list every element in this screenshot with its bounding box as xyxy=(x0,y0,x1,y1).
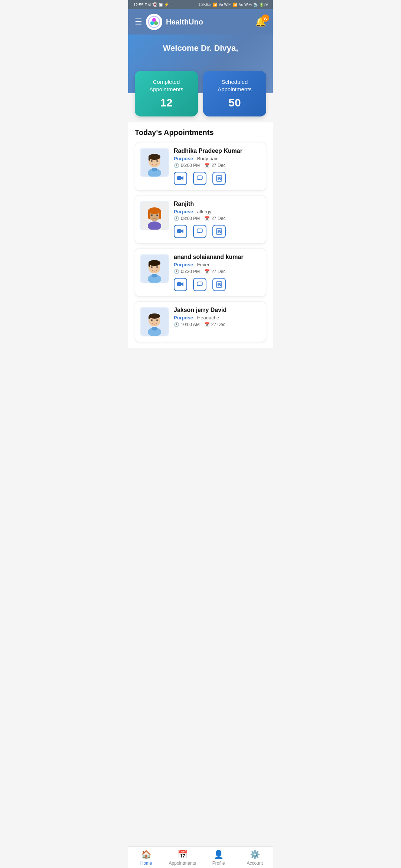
appointment-card-4: Jakson jerry David Purpose : Headache 🕐 … xyxy=(135,301,266,342)
svg-point-55 xyxy=(156,319,158,321)
status-bar: 12:55 PM 👻 ▣ ⚡ ··· 1.2KB/s 📶 Vo WiFi 📶 V… xyxy=(128,0,273,9)
appointments-section: Today's Appointments xyxy=(128,122,273,348)
status-time: 12:55 PM 👻 ▣ ⚡ ··· xyxy=(133,2,174,7)
section-title: Today's Appointments xyxy=(135,128,266,137)
video-call-button-3[interactable] xyxy=(174,278,187,291)
notification-bell[interactable]: 🔔 95 xyxy=(255,17,266,27)
report-button-3[interactable] xyxy=(212,278,226,291)
menu-icon[interactable]: ☰ xyxy=(135,17,142,27)
chat-button-2[interactable] xyxy=(193,225,206,238)
svg-rect-44 xyxy=(197,282,202,286)
app-header: ☰ HealthUno 🔔 95 xyxy=(128,9,273,34)
scheduled-label: Scheduled Appointments xyxy=(209,78,260,93)
svg-rect-12 xyxy=(177,176,181,180)
svg-rect-23 xyxy=(148,211,150,219)
svg-point-11 xyxy=(151,168,157,171)
appointment-meta-4: 🕐 10:00 AM 📅 27 Dec xyxy=(174,322,261,327)
patient-avatar-2 xyxy=(140,201,169,230)
stats-container: Completed Appointments 12 Scheduled Appo… xyxy=(128,71,273,116)
video-call-button-2[interactable] xyxy=(174,225,187,238)
svg-point-37 xyxy=(149,260,160,266)
patient-info-2: Ranjith Purpose : allergy 🕐 08:00 PM 📅 2… xyxy=(174,201,261,238)
patient-name-1: Radhika Pradeep Kumar xyxy=(174,148,261,154)
scheduled-value: 50 xyxy=(209,96,260,109)
notification-count: 95 xyxy=(262,14,269,22)
report-button-1[interactable] xyxy=(212,172,226,185)
action-icons-3 xyxy=(174,278,261,291)
patient-purpose-3: Purpose : Fever xyxy=(174,262,261,267)
patient-avatar-3 xyxy=(140,254,169,283)
chat-button-3[interactable] xyxy=(193,278,206,291)
app-name-label: HealthUno xyxy=(166,18,203,26)
patient-avatar-1 xyxy=(140,148,169,177)
svg-marker-28 xyxy=(181,229,183,233)
chat-button-1[interactable] xyxy=(193,172,206,185)
completed-label: Completed Appointments xyxy=(141,78,192,93)
svg-rect-38 xyxy=(149,263,150,267)
svg-rect-27 xyxy=(177,229,181,233)
svg-marker-43 xyxy=(181,282,183,286)
svg-point-26 xyxy=(156,214,158,216)
svg-rect-14 xyxy=(197,176,202,180)
action-icons-1 xyxy=(174,172,261,185)
appointment-meta-2: 🕐 08:00 PM 📅 27 Dec xyxy=(174,216,261,221)
patient-avatar-4 xyxy=(140,307,169,336)
svg-point-25 xyxy=(151,214,153,216)
appointment-meta-3: 🕐 05:30 PM 📅 27 Dec xyxy=(174,269,261,274)
svg-point-1 xyxy=(152,18,156,22)
scheduled-appointments-card[interactable]: Scheduled Appointments 50 xyxy=(203,71,266,116)
patient-name-4: Jakson jerry David xyxy=(174,307,261,313)
svg-point-2 xyxy=(150,21,154,25)
patient-info-3: anand solaianand kumar Purpose : Fever 🕐… xyxy=(174,254,261,291)
svg-rect-29 xyxy=(197,229,202,233)
svg-rect-8 xyxy=(149,157,150,161)
svg-point-39 xyxy=(151,266,153,268)
appointment-card-3: anand solaianand kumar Purpose : Fever 🕐… xyxy=(135,248,266,297)
svg-point-7 xyxy=(149,154,160,160)
patient-name-3: anand solaianand kumar xyxy=(174,254,261,260)
svg-rect-53 xyxy=(149,316,150,319)
patient-purpose-2: Purpose : allergy xyxy=(174,209,261,214)
appointment-meta-1: 🕐 06:00 PM 📅 27 Dec xyxy=(174,163,261,168)
svg-point-41 xyxy=(151,274,157,277)
status-icons: 1.2KB/s 📶 Vo WiFi 📶 Vo WiFi 📡 🔋29 xyxy=(198,3,268,7)
appointment-card: Radhika Pradeep Kumar Purpose : Body pai… xyxy=(135,142,266,191)
patient-info-1: Radhika Pradeep Kumar Purpose : Body pai… xyxy=(174,148,261,185)
app-logo xyxy=(146,14,162,30)
svg-point-9 xyxy=(151,160,153,162)
completed-appointments-card[interactable]: Completed Appointments 12 xyxy=(135,71,198,116)
svg-point-52 xyxy=(149,313,160,319)
action-icons-2 xyxy=(174,225,261,238)
svg-rect-24 xyxy=(159,211,161,219)
patient-purpose-4: Purpose : Headache xyxy=(174,315,261,320)
patient-name-2: Ranjith xyxy=(174,201,261,207)
svg-marker-13 xyxy=(181,176,183,180)
svg-point-3 xyxy=(154,21,158,25)
svg-rect-42 xyxy=(177,282,181,286)
svg-point-56 xyxy=(151,327,157,331)
appointment-card-2: Ranjith Purpose : allergy 🕐 08:00 PM 📅 2… xyxy=(135,195,266,244)
svg-point-10 xyxy=(156,160,158,162)
patient-purpose-1: Purpose : Body pain xyxy=(174,156,261,161)
video-call-button-1[interactable] xyxy=(174,172,187,185)
svg-point-54 xyxy=(151,319,153,321)
welcome-text: Welcome Dr. Divya, xyxy=(135,43,266,53)
patient-info-4: Jakson jerry David Purpose : Headache 🕐 … xyxy=(174,307,261,331)
main-content: Today's Appointments xyxy=(128,122,273,400)
svg-point-40 xyxy=(156,266,158,268)
report-button-2[interactable] xyxy=(212,225,226,238)
completed-value: 12 xyxy=(141,96,192,109)
